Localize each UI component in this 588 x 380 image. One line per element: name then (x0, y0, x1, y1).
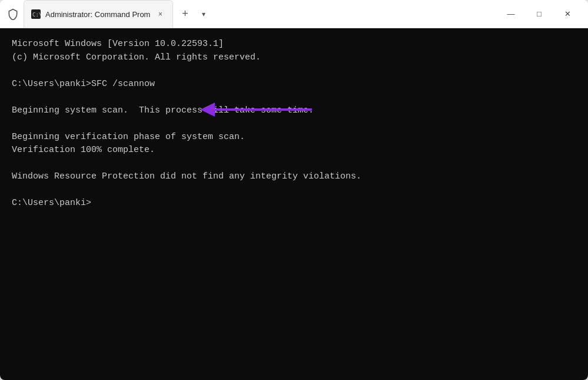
shield-icon (7, 8, 19, 20)
active-tab[interactable]: C:\ Administrator: Command Prom × (24, 0, 173, 28)
window-controls: — □ ✕ (497, 5, 581, 24)
terminal-line-8: Beginning verification phase of system s… (12, 131, 576, 144)
terminal-body[interactable]: Microsoft Windows [Version 10.0.22593.1]… (0, 28, 588, 380)
maximize-button[interactable]: □ (526, 5, 553, 24)
tab-area: C:\ Administrator: Command Prom × + ▾ (7, 0, 497, 28)
arrow-icon (188, 98, 318, 121)
terminal-blank-1 (12, 64, 576, 78)
new-tab-button[interactable]: + (175, 5, 194, 24)
terminal-blank-5 (12, 184, 576, 197)
terminal-line-11: Windows Resource Protection did not find… (12, 170, 576, 184)
terminal-blank-4 (12, 157, 576, 171)
tab-label: Administrator: Command Prom (45, 10, 150, 19)
close-button[interactable]: ✕ (554, 5, 581, 24)
terminal-line-4: C:\Users\panki>SFC /scannow (12, 78, 576, 91)
tab-close-button[interactable]: × (155, 9, 165, 19)
terminal-line-9: Verification 100% complete. (12, 144, 576, 157)
arrow-annotation (188, 98, 318, 121)
svg-marker-3 (200, 103, 215, 117)
terminal-line-13: C:\Users\panki> (12, 197, 576, 210)
terminal-line-2: (c) Microsoft Corporation. All rights re… (12, 51, 576, 65)
window: C:\ Administrator: Command Prom × + ▾ — … (0, 0, 588, 380)
minimize-button[interactable]: — (497, 5, 524, 24)
cmd-icon: C:\ (31, 9, 41, 19)
title-bar: C:\ Administrator: Command Prom × + ▾ — … (0, 0, 588, 28)
tab-dropdown-button[interactable]: ▾ (194, 5, 213, 24)
terminal-line-1: Microsoft Windows [Version 10.0.22593.1] (12, 38, 576, 51)
svg-text:C:\: C:\ (32, 12, 41, 18)
